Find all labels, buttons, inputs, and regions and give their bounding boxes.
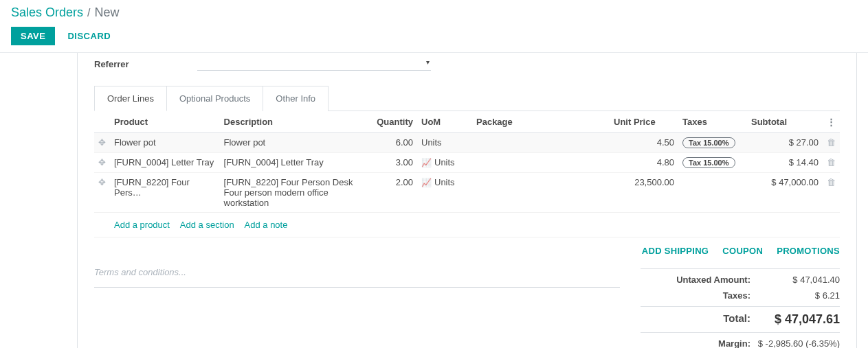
- table-row[interactable]: ✥ Flower pot Flower pot 6.00 Units 4.50 …: [94, 133, 840, 153]
- order-lines-table: Product Description Quantity UoM Package…: [94, 111, 840, 237]
- save-button[interactable]: SAVE: [11, 27, 55, 45]
- package-cell[interactable]: [472, 153, 610, 173]
- tab-order-lines[interactable]: Order Lines: [94, 86, 167, 111]
- add-product-link[interactable]: Add a product: [114, 220, 170, 230]
- col-uom[interactable]: UoM: [417, 111, 472, 133]
- columns-menu-icon[interactable]: ⋮: [827, 117, 836, 127]
- coupon-button[interactable]: COUPON: [722, 246, 763, 256]
- tab-optional-products[interactable]: Optional Products: [166, 86, 263, 111]
- breadcrumb: Sales Orders / New: [11, 5, 857, 20]
- uom-cell[interactable]: Units: [434, 157, 455, 167]
- untaxed-value: $ 47,041.40: [750, 275, 840, 285]
- terms-input[interactable]: [94, 266, 620, 288]
- margin-label: Margin:: [641, 338, 750, 348]
- add-note-link[interactable]: Add a note: [245, 220, 288, 230]
- referrer-field-row: Referrer ▾: [94, 57, 840, 71]
- total-value: $ 47,047.61: [750, 312, 840, 327]
- uom-cell[interactable]: Units: [421, 137, 442, 148]
- forecast-icon[interactable]: 📈: [421, 158, 432, 167]
- description-cell[interactable]: [FURN_0004] Letter Tray: [220, 153, 373, 173]
- drag-handle-icon[interactable]: ✥: [94, 153, 110, 173]
- description-cell[interactable]: Flower pot: [220, 133, 373, 153]
- discard-button[interactable]: DISCARD: [60, 27, 118, 45]
- col-unit-price[interactable]: Unit Price: [610, 111, 678, 133]
- col-description[interactable]: Description: [220, 111, 373, 133]
- breadcrumb-current: New: [95, 5, 120, 20]
- caret-down-icon: ▾: [426, 58, 430, 66]
- trash-icon[interactable]: 🗑: [827, 157, 836, 167]
- promotions-button[interactable]: PROMOTIONS: [777, 246, 840, 256]
- referrer-input[interactable]: ▾: [197, 57, 431, 71]
- form-sheet: Referrer ▾ Order Lines Optional Products…: [77, 53, 857, 348]
- trash-icon[interactable]: 🗑: [827, 177, 836, 187]
- subtotal-cell: $ 47,000.00: [747, 173, 823, 213]
- taxes-label: Taxes:: [641, 290, 750, 301]
- breadcrumb-root[interactable]: Sales Orders: [11, 5, 83, 20]
- tab-other-info[interactable]: Other Info: [263, 86, 329, 111]
- total-label: Total:: [641, 312, 750, 327]
- unit-price-cell[interactable]: 4.80: [610, 153, 678, 173]
- add-shipping-button[interactable]: ADD SHIPPING: [642, 246, 709, 256]
- col-taxes[interactable]: Taxes: [678, 111, 747, 133]
- drag-handle-icon[interactable]: ✥: [94, 173, 110, 213]
- product-cell[interactable]: [FURN_8220] Four Pers…: [110, 173, 220, 213]
- margin-value: $ -2,985.60 (-6.35%): [750, 338, 840, 348]
- description-cell[interactable]: [FURN_8220] Four Person Desk Four person…: [220, 173, 373, 213]
- tax-badge[interactable]: Tax 15.00%: [682, 137, 735, 148]
- unit-price-cell[interactable]: 4.50: [610, 133, 678, 153]
- col-package[interactable]: Package: [472, 111, 610, 133]
- package-cell[interactable]: [472, 133, 610, 153]
- drag-handle-icon[interactable]: ✥: [94, 133, 110, 153]
- product-cell[interactable]: Flower pot: [110, 133, 220, 153]
- col-quantity[interactable]: Quantity: [372, 111, 417, 133]
- table-row[interactable]: ✥ [FURN_8220] Four Pers… [FURN_8220] Fou…: [94, 173, 840, 213]
- col-subtotal[interactable]: Subtotal: [747, 111, 823, 133]
- taxes-value: $ 6.21: [750, 290, 840, 301]
- subtotal-cell: $ 27.00: [747, 133, 823, 153]
- col-product[interactable]: Product: [110, 111, 220, 133]
- forecast-icon[interactable]: 📈: [421, 178, 432, 187]
- uom-cell[interactable]: Units: [434, 177, 455, 187]
- referrer-label: Referrer: [94, 59, 197, 69]
- quantity-cell[interactable]: 3.00: [372, 153, 417, 173]
- product-cell[interactable]: [FURN_0004] Letter Tray: [110, 153, 220, 173]
- tax-cell[interactable]: [678, 173, 747, 213]
- quantity-cell[interactable]: 6.00: [372, 133, 417, 153]
- package-cell[interactable]: [472, 173, 610, 213]
- unit-price-cell[interactable]: 23,500.00: [610, 173, 678, 213]
- add-section-link[interactable]: Add a section: [180, 220, 234, 230]
- subtotal-cell: $ 14.40: [747, 153, 823, 173]
- table-row[interactable]: ✥ [FURN_0004] Letter Tray [FURN_0004] Le…: [94, 153, 840, 173]
- trash-icon[interactable]: 🗑: [827, 137, 836, 148]
- totals-block: Untaxed Amount: $ 47,041.40 Taxes: $ 6.2…: [641, 266, 840, 348]
- tax-badge[interactable]: Tax 15.00%: [682, 157, 735, 168]
- quantity-cell[interactable]: 2.00: [372, 173, 417, 213]
- breadcrumb-separator: /: [87, 7, 90, 19]
- untaxed-label: Untaxed Amount:: [641, 275, 750, 285]
